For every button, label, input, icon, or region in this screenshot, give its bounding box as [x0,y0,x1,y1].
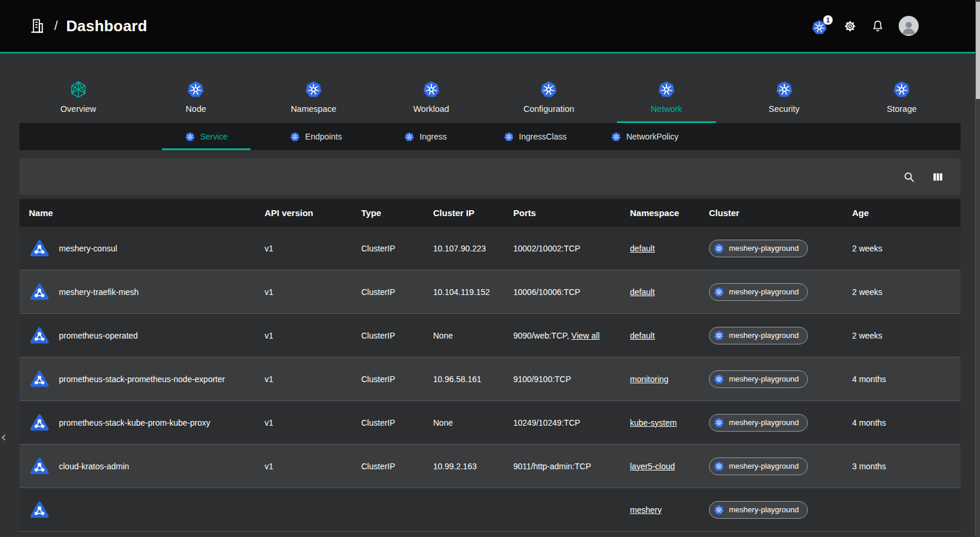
table-header-row: Name API version Type Cluster IP Ports N… [19,199,961,227]
column-header-name[interactable]: Name [19,208,265,218]
namespace-link[interactable]: default [630,331,655,340]
scrollbar-thumb[interactable] [976,2,980,99]
table-row[interactable]: cloud-kratos-admin v1 ClusterIP 10.99.2.… [19,445,961,488]
tab-label: Network [651,104,682,114]
kubernetes-icon [714,505,724,515]
cluster-chip[interactable]: meshery-playground [709,370,808,388]
cluster-ip-cell: 10.104.119.152 [433,287,513,297]
namespace-cell: meshery [630,505,709,515]
namespace-link[interactable]: kube-system [630,418,677,427]
tab-label: Overview [61,104,96,114]
column-header-age[interactable]: Age [852,208,961,218]
service-name: meshery-consul [59,244,117,253]
namespace-link[interactable]: monitoring [630,374,668,384]
cluster-chip[interactable]: meshery-playground [709,501,808,519]
api-version-cell: v1 [265,374,361,384]
tab-configuration[interactable]: Configuration [490,77,608,123]
service-name: meshery-traefik-mesh [59,287,138,297]
name-cell [19,499,265,521]
cluster-status-button[interactable]: 1 [811,17,829,35]
subtab-label: Endpoints [305,132,342,141]
table-row[interactable]: prometheus-operated v1 ClusterIP None 90… [19,314,961,357]
service-name: prometheus-stack-prometheus-node-exporte… [59,374,225,384]
name-cell: prometheus-stack-prometheus-node-exporte… [19,369,265,390]
app-header: / Dashboard 1 [0,0,980,54]
tab-label: Namespace [291,104,336,114]
user-avatar[interactable] [899,16,919,36]
kubernetes-icon [187,81,204,98]
namespace-link[interactable]: meshery [630,505,662,515]
api-version-cell: v1 [265,244,361,253]
column-header-ports[interactable]: Ports [513,208,630,218]
tab-security[interactable]: Security [725,77,843,123]
namespace-link[interactable]: layer5-cloud [630,462,675,471]
subtab-label: NetworkPolicy [626,132,679,141]
age-cell: 2 weeks [852,331,961,340]
network-subtabs: Service Endpoints Ingress IngressClass N… [19,123,961,150]
cluster-chip[interactable]: meshery-playground [709,458,808,475]
namespace-link[interactable]: default [630,244,655,253]
cluster-cell: meshery-playground [709,414,852,432]
cluster-chip[interactable]: meshery-playground [709,327,808,344]
cluster-chip-label: meshery-playground [729,287,799,296]
kubernetes-icon [893,81,910,98]
subtab-service[interactable]: Service [162,123,250,150]
kubernetes-icon [290,132,300,142]
age-cell: 3 months [852,462,961,471]
tab-storage[interactable]: Storage [843,77,961,123]
column-header-namespace[interactable]: Namespace [630,208,709,218]
api-version-cell: v1 [265,418,361,427]
cluster-chip[interactable]: meshery-playground [709,414,808,432]
column-header-type[interactable]: Type [361,208,433,218]
api-version-cell: v1 [265,287,361,297]
cluster-cell: meshery-playground [709,458,852,475]
subtab-endpoints[interactable]: Endpoints [272,123,360,150]
age-cell: 4 months [852,418,961,427]
sidebar-collapse-toggle[interactable] [0,429,11,446]
name-cell: prometheus-operated [19,325,265,346]
bell-icon[interactable] [871,19,885,33]
table-row[interactable]: meshery-consul v1 ClusterIP 10.107.90.22… [19,227,961,270]
tab-workload[interactable]: Workload [372,77,490,123]
tab-network[interactable]: Network [608,77,725,123]
namespace-cell: default [630,331,709,340]
header-actions: 1 [811,16,919,36]
cluster-cell: meshery-playground [709,327,852,344]
service-icon [29,281,50,303]
subtab-ingress[interactable]: Ingress [381,123,470,150]
column-header-api-version[interactable]: API version [265,208,361,218]
subtab-label: IngressClass [519,132,567,141]
cluster-ip-cell: 10.99.2.163 [433,462,513,471]
namespace-cell: kube-system [630,418,709,427]
vertical-scrollbar[interactable] [975,0,980,537]
cluster-chip[interactable]: meshery-playground [709,240,808,257]
tab-overview[interactable]: Overview [19,77,137,123]
subtab-networkpolicy[interactable]: NetworkPolicy [600,123,689,150]
name-cell: meshery-consul [19,238,265,259]
age-cell: 4 months [852,374,961,384]
tab-label: Storage [887,104,917,114]
cluster-cell: meshery-playground [709,240,852,257]
column-header-cluster-ip[interactable]: Cluster IP [433,208,513,218]
name-cell: prometheus-stack-kube-prom-kube-proxy [19,412,265,433]
cluster-chip-label: meshery-playground [729,244,799,253]
building-icon[interactable] [28,17,46,35]
table-row[interactable]: meshery-traefik-mesh v1 ClusterIP 10.104… [19,270,961,314]
cluster-chip[interactable]: meshery-playground [709,283,808,301]
gear-icon[interactable] [843,19,857,33]
namespace-link[interactable]: default [630,287,655,297]
cluster-chip-label: meshery-playground [729,418,799,427]
column-view-icon[interactable] [932,171,944,183]
subtab-ingressclass[interactable]: IngressClass [491,123,579,150]
table-row[interactable]: meshery meshery-playground [19,488,961,532]
column-header-cluster[interactable]: Cluster [709,208,852,218]
table-row[interactable]: prometheus-stack-kube-prom-kube-proxy v1… [19,401,961,445]
service-name: prometheus-stack-kube-prom-kube-proxy [59,418,210,427]
view-all-link[interactable]: View all [572,331,600,340]
search-icon[interactable] [903,171,915,183]
tab-node[interactable]: Node [137,77,255,123]
table-row[interactable]: prometheus-stack-prometheus-node-exporte… [19,357,961,401]
tab-namespace[interactable]: Namespace [255,77,372,123]
subtab-label: Service [200,132,228,141]
name-cell: cloud-kratos-admin [19,456,265,477]
